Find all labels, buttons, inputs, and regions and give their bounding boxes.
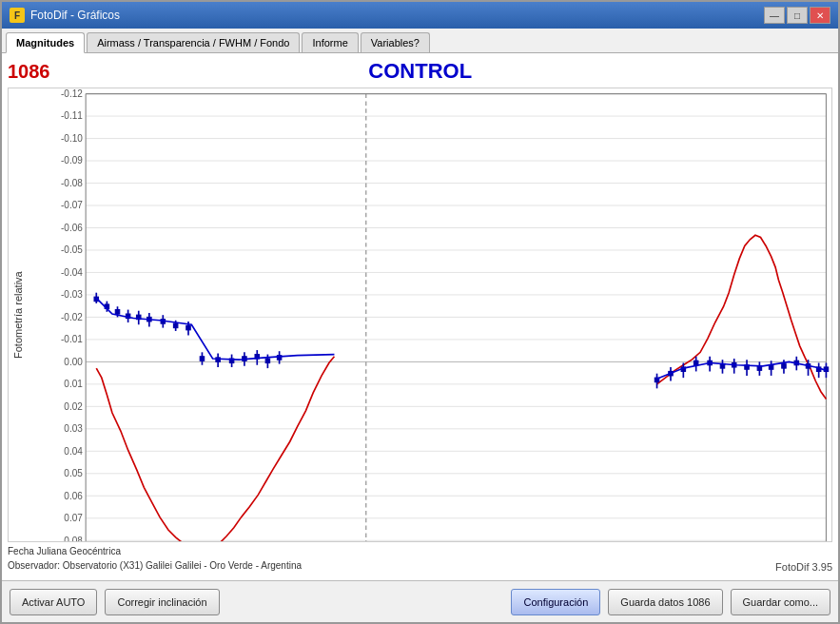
svg-text:-0.02: -0.02 [61,312,83,322]
svg-text:-0.11: -0.11 [61,110,83,121]
svg-text:0.06: 0.06 [64,491,83,501]
svg-text:0.08: 0.08 [64,536,83,542]
chart-canvas: -0.12 -0.11 -0.10 -0.09 -0.08 -0.07 -0.0… [28,88,831,542]
svg-rect-67 [173,323,177,327]
chart-svg: -0.12 -0.11 -0.10 -0.09 -0.08 -0.07 -0.0… [28,88,831,542]
activar-auto-button[interactable]: Activar AUTO [10,589,97,615]
svg-rect-69 [186,325,190,329]
svg-rect-105 [782,364,786,368]
window-title: FotoDif - Gráficos [30,9,120,22]
svg-text:0.05: 0.05 [64,468,83,478]
svg-text:-0.01: -0.01 [61,334,83,344]
footer-right: FotoDif 3.95 [775,561,832,573]
y-axis-label: Fotometría relativa [9,88,28,541]
svg-text:-0.03: -0.03 [61,289,83,300]
guardar-como-button[interactable]: Guardar como... [731,589,830,615]
minimize-button[interactable]: — [764,7,785,24]
footer-line2: Observador: Observatorio (X31) Galilei G… [8,558,302,573]
main-content: 1086 CONTROL Fotometría relativa [2,53,838,580]
tabs-bar: Magnitudes Airmass / Transparencia / FWH… [2,29,838,53]
close-button[interactable]: ✕ [810,7,830,24]
svg-text:-0.12: -0.12 [61,88,83,99]
svg-rect-81 [265,359,269,362]
svg-text:0.00: 0.00 [64,357,83,367]
svg-text:0.01: 0.01 [64,379,83,389]
svg-text:-0.05: -0.05 [61,244,83,255]
svg-text:0.04: 0.04 [64,446,83,457]
svg-text:0.02: 0.02 [64,401,83,412]
tab-informe[interactable]: Informe [302,32,358,52]
title-bar-left: F FotoDif - Gráficos [10,8,120,23]
corregir-inclinacion-button[interactable]: Corregir inclinación [105,589,219,615]
footer-line1: Fecha Juliana Geocéntrica [8,544,302,558]
right-blue-dots [654,357,828,389]
svg-text:-0.09: -0.09 [61,155,83,166]
app-icon: F [10,8,25,23]
svg-text:-0.04: -0.04 [61,267,83,278]
footer-left: Fecha Juliana Geocéntrica Observador: Ob… [8,544,302,573]
svg-text:-0.10: -0.10 [61,133,83,144]
maximize-button[interactable]: □ [787,7,808,24]
main-window: F FotoDif - Gráficos — □ ✕ Magnitudes Ai… [0,0,840,624]
chart-footer: Fecha Juliana Geocéntrica Observador: Ob… [8,542,832,575]
tab-airmass[interactable]: Airmass / Transparencia / FWHM / Fondo [87,32,300,52]
chart-header: 1086 CONTROL [8,59,832,84]
svg-text:-0.07: -0.07 [61,200,83,210]
bottom-bar: Activar AUTO Corregir inclinación Config… [2,580,838,622]
chart-inner: -0.12 -0.11 -0.10 -0.09 -0.08 -0.07 -0.0… [28,88,831,541]
chart-area: Fotometría relativa [8,88,832,542]
tab-magnitudes[interactable]: Magnitudes [6,32,85,53]
chart-id: 1086 [8,61,50,83]
tab-variables[interactable]: Variables? [361,32,430,52]
title-bar: F FotoDif - Gráficos — □ ✕ [2,2,838,29]
svg-text:-0.06: -0.06 [61,223,83,233]
guarda-datos-button[interactable]: Guarda datos 1086 [608,589,722,615]
left-blue-dots [94,293,334,368]
svg-rect-71 [200,357,204,361]
window-controls: — □ ✕ [764,7,830,24]
svg-rect-57 [115,310,119,314]
svg-text:-0.08: -0.08 [61,178,83,188]
svg-text:0.03: 0.03 [64,423,83,434]
svg-rect-91 [693,361,697,364]
configuracion-button[interactable]: Configuración [511,589,600,615]
chart-title: CONTROL [66,59,776,84]
grid-lines: -0.12 -0.11 -0.10 -0.09 -0.08 -0.07 -0.0… [61,88,826,542]
svg-text:0.07: 0.07 [64,513,83,523]
